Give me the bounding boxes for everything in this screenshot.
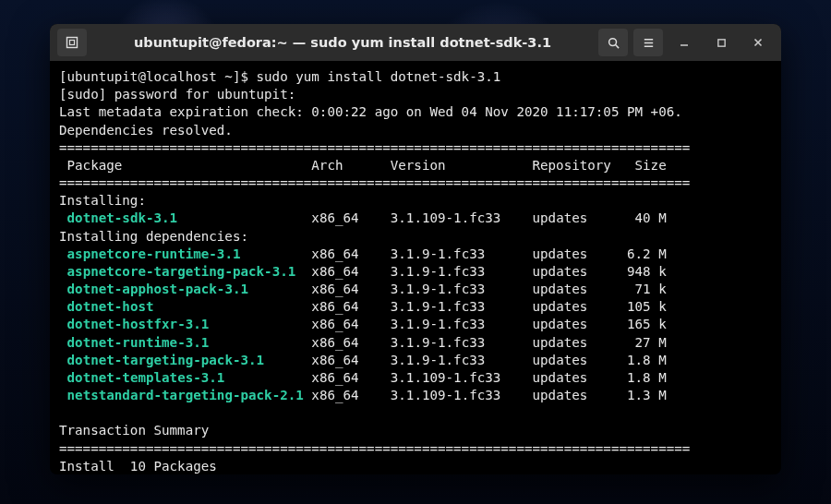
minimize-button[interactable] [668, 29, 700, 56]
table-row: dotnet-templates-3.1 x86_64 3.1.109-1.fc… [59, 370, 667, 385]
column-headers: Package Arch Version Repository Size [59, 158, 667, 173]
table-row: dotnet-apphost-pack-3.1 x86_64 3.1.9-1.f… [59, 282, 667, 296]
svg-line-3 [615, 44, 619, 48]
installing-header: Installing: [59, 193, 146, 208]
svg-point-2 [608, 38, 616, 45]
new-tab-button[interactable] [57, 29, 87, 56]
table-row: dotnet-hostfxr-3.1 x86_64 3.1.9-1.fc33 u… [59, 317, 667, 331]
tx-summary: Transaction Summary [59, 423, 209, 438]
menu-button[interactable] [633, 29, 663, 56]
table-row: dotnet-host x86_64 3.1.9-1.fc33 updates … [59, 299, 667, 314]
hr: ========================================… [59, 175, 690, 190]
table-row: dotnet-sdk-3.1 x86_64 3.1.109-1.fc33 upd… [59, 210, 667, 225]
search-button[interactable] [598, 29, 628, 56]
hr: ========================================… [59, 140, 690, 155]
svg-rect-0 [67, 38, 78, 48]
terminal-window: ubuntupit@fedora:~ — sudo yum install do… [50, 24, 781, 474]
metadata-line: Last metadata expiration check: 0:00:22 … [59, 104, 682, 119]
prompt-line: [ubuntupit@localhost ~]$ sudo yum instal… [59, 69, 500, 84]
maximize-button[interactable] [705, 29, 737, 56]
table-row: aspnetcore-runtime-3.1 x86_64 3.1.9-1.fc… [59, 246, 667, 261]
svg-rect-1 [70, 41, 75, 45]
terminal-output[interactable]: [ubuntupit@localhost ~]$ sudo yum instal… [50, 61, 781, 474]
hr: ========================================… [59, 441, 690, 456]
titlebar: ubuntupit@fedora:~ — sudo yum install do… [50, 24, 781, 61]
window-title: ubuntupit@fedora:~ — sudo yum install do… [92, 35, 593, 50]
deps-resolved-line: Dependencies resolved. [59, 123, 233, 138]
close-button[interactable] [742, 29, 774, 56]
table-row: dotnet-targeting-pack-3.1 x86_64 3.1.9-1… [59, 353, 667, 367]
table-row: aspnetcore-targeting-pack-3.1 x86_64 3.1… [59, 264, 667, 279]
svg-rect-8 [717, 39, 724, 45]
sudo-line: [sudo] password for ubuntupit: [59, 87, 295, 102]
installing-deps-header: Installing dependencies: [59, 229, 248, 244]
install-count: Install 10 Packages [59, 459, 217, 474]
table-row: dotnet-runtime-3.1 x86_64 3.1.9-1.fc33 u… [59, 335, 667, 350]
table-row: netstandard-targeting-pack-2.1 x86_64 3.… [59, 388, 667, 402]
